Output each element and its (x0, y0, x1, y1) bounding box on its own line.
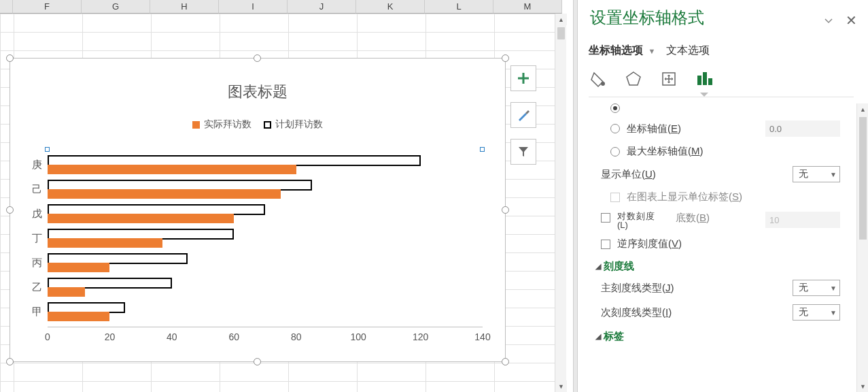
axis-value-input[interactable]: 0.0 (765, 120, 840, 137)
section-caret-icon: ◢ (595, 262, 601, 271)
radio-auto-option-cutoff[interactable]: x (578, 103, 856, 116)
spreadsheet-area: F G H I J K L M ▲ ▼ 图表标题 实际拜访数 (0, 0, 566, 392)
resize-handle-e[interactable] (502, 206, 509, 214)
scroll-down-arrow-icon[interactable]: ▼ (555, 380, 567, 392)
col-header-G[interactable]: G (82, 0, 150, 14)
category-label: 乙 (15, 275, 42, 299)
bar-row[interactable]: 己 (48, 177, 483, 201)
chart-legend[interactable]: 实际拜访数 计划拜访数 (10, 118, 505, 131)
bar-actual[interactable] (48, 189, 281, 199)
pane-options-dropdown-icon[interactable] (824, 16, 833, 26)
col-header-M[interactable]: M (493, 0, 562, 14)
resize-handle-s[interactable] (254, 358, 261, 365)
tab-text-options[interactable]: 文本选项 (666, 44, 710, 58)
category-label: 庚 (15, 152, 42, 177)
scroll-thumb[interactable] (557, 27, 565, 39)
x-tick-label: 140 (474, 331, 490, 342)
major-tick-value: 无 (799, 282, 808, 294)
checkbox-icon[interactable] (610, 193, 620, 202)
category-label: 己 (15, 177, 42, 201)
x-tick-label: 0 (45, 331, 50, 342)
bar-row[interactable]: 甲 (48, 299, 483, 324)
bar-actual[interactable] (48, 238, 162, 248)
section-tick-marks[interactable]: ◢ 刻度线 (578, 255, 856, 276)
display-unit-select[interactable]: 无 ▼ (793, 166, 840, 182)
bar-row[interactable]: 乙 (48, 275, 483, 299)
reverse-order-row[interactable]: 逆序刻度值(V) (578, 233, 856, 255)
resize-handle-sw[interactable] (6, 358, 14, 365)
fill-line-icon[interactable] (589, 69, 608, 88)
scroll-down-arrow-icon[interactable]: ▼ (857, 380, 868, 392)
col-header-H[interactable]: H (150, 0, 219, 14)
axis-options-icon[interactable] (695, 69, 714, 88)
radio-icon (610, 124, 620, 133)
bar-row[interactable]: 丙 (48, 250, 483, 275)
scroll-up-arrow-icon[interactable]: ▲ (555, 14, 567, 25)
bar-actual[interactable] (48, 287, 85, 297)
radio-axis-value-option[interactable]: 坐标轴值(E) 0.0 (578, 116, 856, 141)
svg-marker-3 (627, 72, 640, 85)
legend-item-plan[interactable]: 计划拜访数 (264, 118, 323, 131)
x-tick-label: 100 (350, 331, 366, 342)
size-properties-icon[interactable] (659, 69, 678, 88)
col-header-K[interactable]: K (356, 0, 425, 14)
scroll-up-arrow-icon[interactable]: ▲ (857, 103, 868, 115)
pane-body: x 坐标轴值(E) 0.0 最大坐标轴值(M) 显示单位(U) 无 ▼ 在图表上… (578, 103, 856, 392)
chart-styles-button[interactable] (510, 102, 536, 128)
radio-max-axis-value-option[interactable]: 最大坐标轴值(M) (578, 141, 856, 162)
axis-selection-handle-left[interactable] (45, 147, 50, 152)
col-header-F[interactable]: F (13, 0, 82, 14)
bar-actual[interactable] (48, 165, 296, 174)
log-scale-row: 对数刻度 (L) 底数(B) 10 (578, 208, 856, 233)
chart-add-element-button[interactable] (510, 65, 536, 91)
display-unit-row: 显示单位(U) 无 ▼ (578, 162, 856, 186)
svg-rect-5 (697, 76, 701, 85)
tab-axis-options-label: 坐标轴选项 (589, 44, 643, 56)
plot-area[interactable]: 庚己戊丁丙乙甲 (48, 152, 483, 324)
section-labels-label: 标签 (604, 330, 624, 343)
bar-row[interactable]: 庚 (48, 152, 483, 177)
bar-row[interactable]: 丁 (48, 226, 483, 250)
legend-item-actual[interactable]: 实际拜访数 (192, 118, 251, 131)
log-base-label: 底数(B) (676, 212, 710, 225)
section-tick-label: 刻度线 (604, 260, 634, 273)
col-header-L[interactable]: L (425, 0, 493, 14)
x-tick-label: 40 (167, 331, 177, 342)
section-labels[interactable]: ◢ 标签 (578, 325, 856, 346)
pane-divider[interactable] (573, 0, 578, 392)
axis-selection-handle-right[interactable] (480, 147, 485, 152)
checkbox-icon[interactable] (601, 213, 610, 223)
resize-handle-se[interactable] (502, 358, 509, 365)
scroll-thumb[interactable] (859, 117, 867, 240)
chart-filter-button[interactable] (510, 139, 536, 165)
major-tick-select[interactable]: 无 ▼ (793, 280, 840, 296)
bar-actual[interactable] (48, 263, 109, 272)
bar-actual[interactable] (48, 312, 109, 321)
log-scale-label-fragment: 对数刻度 (L) (617, 212, 655, 229)
x-axis[interactable]: 020406080100120140 (48, 327, 483, 344)
pane-close-button[interactable]: ✕ (846, 12, 857, 29)
effects-icon[interactable] (624, 69, 643, 88)
bar-row[interactable]: 戊 (48, 201, 483, 226)
x-tick-label: 120 (413, 331, 428, 342)
col-header-I[interactable]: I (219, 0, 288, 14)
embedded-chart[interactable]: 图表标题 实际拜访数 计划拜访数 庚己戊丁丙乙甲 020406080100120… (10, 58, 506, 362)
bar-actual[interactable] (48, 214, 234, 223)
resize-handle-w[interactable] (6, 206, 14, 214)
svg-rect-1 (518, 78, 529, 80)
chart-title[interactable]: 图表标题 (10, 82, 505, 102)
resize-handle-nw[interactable] (6, 54, 14, 62)
category-label: 甲 (15, 299, 42, 324)
tab-axis-options[interactable]: 坐标轴选项 ▼ (589, 44, 655, 58)
col-header-J[interactable]: J (288, 0, 356, 14)
pane-vertical-scrollbar[interactable]: ▲ ▼ (856, 103, 868, 392)
minor-tick-select[interactable]: 无 ▼ (793, 304, 840, 321)
radio-icon (610, 147, 620, 157)
sheet-vertical-scrollbar[interactable]: ▲ ▼ (555, 14, 566, 392)
select-all-corner[interactable] (0, 0, 13, 14)
resize-handle-n[interactable] (254, 54, 261, 62)
log-base-input[interactable]: 10 (765, 212, 840, 228)
checkbox-icon[interactable] (601, 240, 610, 249)
pane-title: 设置坐标轴格式 (590, 7, 704, 29)
resize-handle-ne[interactable] (502, 54, 509, 62)
